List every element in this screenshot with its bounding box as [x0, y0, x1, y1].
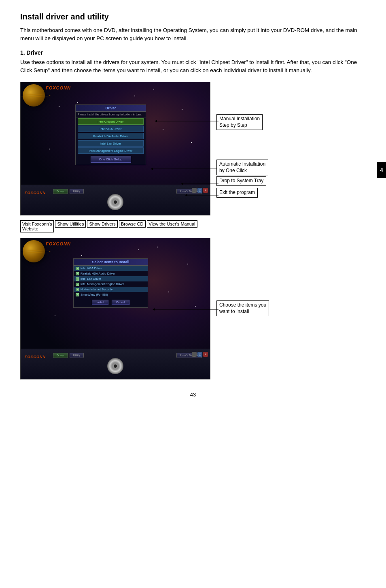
driver-item-4[interactable]: Intel Management Engine Driver — [78, 147, 144, 154]
section-title: 1. Driver — [20, 49, 366, 56]
page-number: 43 — [20, 392, 366, 398]
annotation-auto-install: Automatic Installationby One Click — [216, 160, 268, 175]
driver-panel: Driver Please install the drivers from t… — [75, 104, 146, 165]
driver-item-1[interactable]: Intel VGA Driver — [78, 126, 144, 132]
install-cancel-row: Install Cancel — [74, 300, 148, 305]
select-item-label-5: SmartView (For IE8) — [81, 293, 108, 296]
checkbox-3[interactable]: ✓ — [76, 283, 79, 286]
show-drivers-text: Show Drivers — [89, 222, 115, 226]
driver-nav-btn[interactable]: Driver — [53, 189, 68, 194]
checkbox-5[interactable]: ✓ — [76, 293, 79, 296]
cd-icon-1 — [107, 194, 123, 210]
label-visit-foxconn: Visit Foxconn'sWebsite — [20, 220, 54, 232]
visit-foxconn-text: Visit Foxconn'sWebsite — [22, 222, 52, 231]
annotation-exit-text: Exit the program — [219, 190, 255, 195]
label-show-drivers: Show Drivers — [87, 220, 117, 228]
screenshot2-bottom-bar: FOXCONN Driver Utility User's Manual _ □… — [21, 349, 210, 379]
utility-nav-btn-2[interactable]: Utility — [70, 353, 84, 358]
driver-panel-title: Driver — [76, 105, 146, 112]
utility-nav-btn[interactable]: Utility — [70, 189, 84, 194]
intro-text: This motherboard comes with one DVD, aft… — [20, 26, 366, 43]
planet-decoration-2 — [23, 240, 45, 262]
checkbox-2[interactable]: ✓ — [76, 277, 79, 281]
arrow-exit — [182, 190, 223, 202]
checkbox-0[interactable]: ✓ — [76, 267, 79, 270]
driver-item-2[interactable]: Realtek HDA Audio Driver — [78, 133, 144, 139]
label-show-utilities: Show Utilities — [55, 220, 86, 228]
annotation-choose-text: Choose the items youwant to Install — [219, 302, 266, 314]
planet-decoration — [23, 84, 45, 107]
diagram2-wrapper: FOXCONN Select Items to Install ✓ Intel … — [20, 238, 366, 379]
cd-icon-2 — [107, 358, 123, 374]
select-item-label-4: Norton Internet Security — [81, 288, 112, 291]
install-btn[interactable]: Install — [92, 300, 108, 305]
annotation-drop-text: Drop to System Tray — [219, 178, 263, 183]
driver-item-0[interactable]: Intel Chipset Driver — [78, 118, 144, 125]
annotation-manual-text: Manual InstallationStep by Step — [219, 116, 260, 128]
cancel-btn[interactable]: Cancel — [112, 300, 129, 305]
select-item-label-1: Realtek HDA Audio Driver — [81, 272, 115, 275]
foxconn-label-2: FOXCONN — [25, 355, 46, 359]
brand-text-2: FOXCONN — [46, 241, 71, 246]
label-browse-cd: Browse CD — [119, 220, 146, 228]
close-btn-2[interactable]: ✕ — [203, 352, 208, 357]
select-panel-title: Select Items to Install — [74, 259, 148, 266]
annotation-choose-items: Choose the items youwant to Install — [216, 300, 269, 316]
window-controls-2: _ □ ✕ — [192, 352, 208, 357]
select-item-2[interactable]: ✓ Intel Lan Driver — [74, 276, 148, 281]
maximize-btn-2[interactable]: □ — [197, 352, 202, 357]
select-item-5[interactable]: ✓ SmartView (For IE8) — [74, 292, 148, 297]
select-item-3[interactable]: ✓ Intel Management Engine Driver — [74, 281, 148, 287]
select-item-label-3: Intel Management Engine Driver — [81, 282, 124, 286]
label-view-manual: View the User's Manual — [147, 220, 197, 228]
show-utilities-text: Show Utilities — [57, 222, 84, 226]
driver-panel-note: Please install the drivers from top to b… — [76, 112, 146, 117]
minimize-btn-2[interactable]: _ — [192, 352, 197, 357]
select-item-0[interactable]: ✓ Intel VGA Driver — [74, 266, 148, 271]
nav-buttons-1: Driver Utility — [53, 189, 84, 194]
one-click-setup-btn[interactable]: One Click Setup — [91, 156, 131, 163]
driver-item-3[interactable]: Intel Lan Driver — [78, 140, 144, 147]
diagram1-wrapper: FOXCONN Driver Please install the driver… — [20, 82, 366, 215]
chapter-tab: 4 — [377, 162, 386, 178]
arrow-choose — [150, 305, 223, 317]
annotation-auto-text: Automatic Installationby One Click — [219, 161, 265, 173]
browse-cd-text: Browse CD — [121, 222, 144, 226]
arrow-drop — [178, 179, 223, 191]
nav-buttons-2: Driver Utility — [53, 353, 84, 358]
select-item-4[interactable]: ✓ Norton Internet Security — [74, 287, 148, 292]
arrow-auto — [148, 163, 221, 175]
checkbox-1[interactable]: ✓ — [76, 272, 79, 275]
select-item-label-2: Intel Lan Driver — [81, 277, 101, 281]
annotation-drop-tray: Drop to System Tray — [216, 176, 266, 186]
driver-nav-btn-2[interactable]: Driver — [53, 353, 68, 358]
foxconn-label-1: FOXCONN — [25, 191, 46, 195]
brand-text-1: FOXCONN — [46, 85, 71, 90]
view-manual-text: View the User's Manual — [149, 222, 195, 226]
select-panel: Select Items to Install ✓ Intel VGA Driv… — [73, 258, 148, 308]
checkbox-4[interactable]: ✓ — [76, 288, 79, 291]
section-desc: Use these options to install all the dri… — [20, 58, 366, 75]
annotation-manual-install: Manual InstallationStep by Step — [216, 114, 263, 130]
arrow-manual — [144, 104, 223, 128]
page-title: Install driver and utility — [20, 12, 366, 21]
select-item-label-0: Intel VGA Driver — [81, 266, 102, 270]
annotation-exit: Exit the program — [216, 188, 258, 198]
select-item-1[interactable]: ✓ Realtek HDA Audio Driver — [74, 271, 148, 276]
